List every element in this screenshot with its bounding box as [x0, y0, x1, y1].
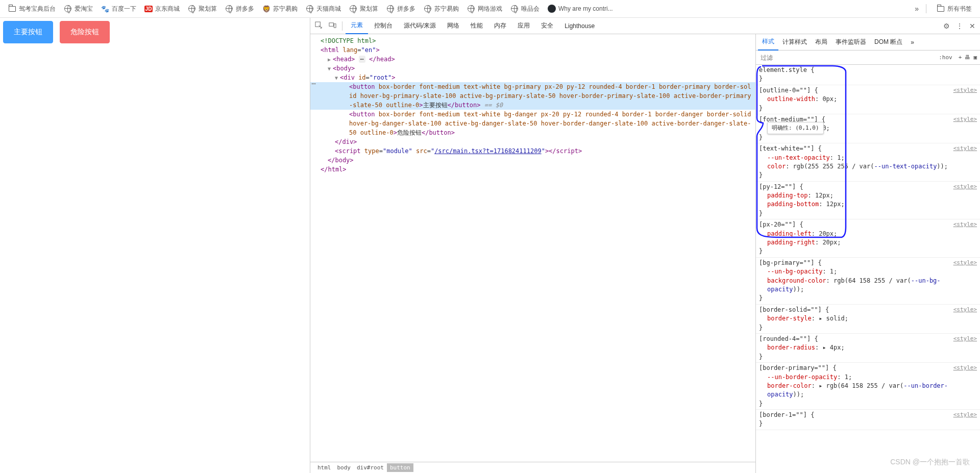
tab-performance[interactable]: 性能: [465, 18, 488, 34]
tab-memory[interactable]: 内存: [489, 18, 511, 34]
rule-source-link[interactable]: <style>: [953, 411, 977, 419]
bookmark-label: 京东商城: [155, 5, 180, 13]
breadcrumb-item[interactable]: button: [387, 463, 413, 472]
baidu-icon: 🐾: [101, 5, 109, 13]
rule-source-link[interactable]: <style>: [953, 364, 977, 372]
css-rule[interactable]: <style>[rounded-4=""] {border-radius: ▸ …: [756, 334, 980, 363]
dom-line[interactable]: ▼<div id="root">: [310, 73, 755, 82]
bookmark-overflow[interactable]: »: [915, 5, 919, 13]
bookmark-label: 天猫商城: [316, 5, 341, 13]
bookmark-item[interactable]: Why are my contri...: [545, 3, 616, 14]
css-rule[interactable]: <style>[bg-primary=""] {--un-bg-opacity:…: [756, 258, 980, 305]
tab-dom-breakpoints[interactable]: DOM 断点: [870, 34, 906, 50]
inspect-icon[interactable]: [312, 19, 325, 33]
dom-line[interactable]: </div>: [310, 137, 755, 146]
dom-line[interactable]: ▶<head> ⋯ </head>: [310, 55, 755, 64]
bookmark-label: Why are my contri...: [558, 5, 613, 12]
bookmark-item[interactable]: 天猫商城: [303, 3, 344, 15]
rule-source-link[interactable]: <style>: [953, 220, 977, 229]
globe-icon: [424, 5, 432, 13]
rule-source-link[interactable]: <style>: [953, 335, 977, 343]
styles-tabbar: 样式 计算样式 布局 事件监听器 DOM 断点 »: [756, 34, 980, 51]
close-icon[interactable]: ✕: [967, 19, 978, 33]
gear-icon[interactable]: ⚙: [941, 19, 952, 33]
styles-toolbar: :hov + 🖶 ▣: [756, 51, 980, 65]
globe-icon: [386, 5, 395, 13]
rule-source-link[interactable]: <style>: [953, 86, 977, 94]
dom-line[interactable]: <html lang="en">: [310, 45, 755, 55]
page-pane: 主要按钮 危险按钮: [0, 18, 310, 473]
breadcrumb-item[interactable]: div#root: [354, 463, 387, 472]
bookmark-item[interactable]: 唯品会: [507, 3, 543, 15]
dom-line[interactable]: <button box-border font-medium text-whit…: [310, 82, 755, 110]
box-icon[interactable]: ▣: [973, 54, 977, 61]
device-icon[interactable]: [326, 19, 339, 33]
bookmark-item[interactable]: 聚划算: [185, 3, 220, 15]
primary-button[interactable]: 主要按钮: [3, 21, 53, 43]
rule-source-link[interactable]: <style>: [953, 183, 977, 191]
bookmark-label: 网络游戏: [478, 5, 502, 13]
css-rule[interactable]: element.style {}: [756, 65, 980, 85]
dom-line[interactable]: <script type="module" src="/src/main.tsx…: [310, 146, 755, 156]
bookmark-label: 苏宁易购: [434, 5, 459, 13]
rule-source-link[interactable]: <style>: [953, 115, 977, 123]
tab-styles[interactable]: 样式: [758, 34, 778, 51]
tab-network[interactable]: 网络: [442, 18, 464, 34]
css-rule[interactable]: <style>[border-primary=""] {--un-border-…: [756, 363, 980, 410]
tab-more[interactable]: »: [906, 35, 918, 49]
tab-security[interactable]: 安全: [536, 18, 558, 34]
css-rule[interactable]: <style>[text-white=""] {--un-text-opacit…: [756, 143, 980, 182]
styles-rules[interactable]: 明确性: (0,1,0) element.style {}<style>[out…: [756, 65, 980, 473]
bookmark-item[interactable]: 驾考宝典后台: [5, 3, 59, 15]
bookmark-item[interactable]: 拼多多: [383, 3, 419, 15]
print-icon[interactable]: 🖶: [965, 54, 970, 61]
rule-source-link[interactable]: <style>: [953, 259, 977, 267]
bookmark-item[interactable]: 🐾百度一下: [98, 3, 139, 15]
jd-icon: JD: [144, 5, 153, 13]
rule-source-link[interactable]: <style>: [953, 306, 977, 314]
add-rule-icon[interactable]: +: [959, 54, 962, 61]
tab-elements[interactable]: 元素: [346, 17, 368, 34]
dom-line[interactable]: </html>: [310, 165, 755, 174]
bookmark-item[interactable]: 爱淘宝: [61, 3, 96, 15]
tab-listeners[interactable]: 事件监听器: [831, 34, 870, 50]
rule-source-link[interactable]: <style>: [953, 144, 977, 153]
tab-lighthouse[interactable]: Lighthouse: [559, 19, 600, 33]
css-rule[interactable]: <style>[border-solid=""] {border-style: …: [756, 305, 980, 334]
dom-line[interactable]: <!DOCTYPE html>: [310, 36, 755, 45]
css-rule[interactable]: <style>[outline-0=""] {outline-width: 0p…: [756, 85, 980, 114]
bookmark-item[interactable]: 网络游戏: [464, 3, 505, 15]
dom-menu-icon[interactable]: ⋯: [310, 78, 316, 90]
breadcrumbs: htmlbodydiv#rootbutton: [310, 462, 755, 473]
breadcrumb-item[interactable]: body: [334, 463, 354, 472]
bookmark-label: 拼多多: [397, 5, 415, 13]
bookmark-item[interactable]: 聚划算: [346, 3, 381, 15]
tab-layout[interactable]: 布局: [811, 34, 831, 50]
danger-button[interactable]: 危险按钮: [60, 21, 110, 43]
tab-console[interactable]: 控制台: [369, 18, 398, 34]
breadcrumb-item[interactable]: html: [314, 463, 334, 472]
css-rule[interactable]: <style>[py-12=""] {padding-top: 12px;pad…: [756, 182, 980, 220]
main-area: 主要按钮 危险按钮 元素 控制台 源代码/来源 网络 性能 内存 应用 安全 L…: [0, 18, 980, 473]
tab-application[interactable]: 应用: [512, 18, 535, 34]
hov-toggle[interactable]: :hov: [939, 54, 952, 61]
dom-line[interactable]: <button box-border font-medium text-whit…: [310, 110, 755, 137]
devtools-body: <!DOCTYPE html><html lang="en">▶<head> ⋯…: [310, 34, 980, 473]
more-icon[interactable]: ⋮: [953, 19, 966, 33]
dom-line[interactable]: ▼<body>: [310, 64, 755, 73]
css-rule[interactable]: <style>[px-20=""] {padding-left: 20px;pa…: [756, 219, 980, 258]
bookmark-label: 驾考宝典后台: [19, 5, 56, 13]
globe-icon: [188, 5, 196, 13]
bookmarks-bar: 驾考宝典后台爱淘宝🐾百度一下JD京东商城聚划算拼多多🦁苏宁易购天猫商城聚划算拼多…: [0, 0, 980, 18]
tab-computed[interactable]: 计算样式: [778, 34, 811, 50]
bookmark-item[interactable]: 苏宁易购: [421, 3, 462, 15]
bookmark-item[interactable]: 🦁苏宁易购: [259, 3, 301, 15]
bookmark-item[interactable]: 拼多多: [222, 3, 257, 15]
css-rule[interactable]: <style>[border-1=""] {}: [756, 410, 980, 430]
all-bookmarks[interactable]: 所有书签: [934, 3, 975, 15]
dom-tree[interactable]: <!DOCTYPE html><html lang="en">▶<head> ⋯…: [310, 34, 755, 462]
dom-line[interactable]: </body>: [310, 156, 755, 165]
bookmark-item[interactable]: JD京东商城: [141, 3, 183, 15]
tab-sources[interactable]: 源代码/来源: [399, 18, 441, 34]
styles-filter-input[interactable]: [759, 53, 936, 63]
